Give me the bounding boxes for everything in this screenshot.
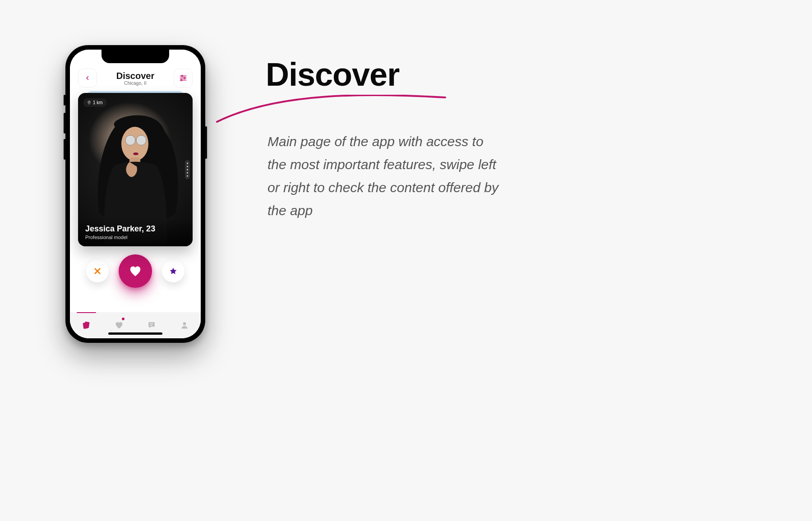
- phone-mockup: Discover Chicago, Il: [65, 45, 205, 343]
- svg-point-12: [89, 102, 90, 103]
- card-page-dots[interactable]: [185, 160, 190, 180]
- profile-subtitle: Professional model: [85, 235, 185, 240]
- profile-name: Jessica Parker, 23: [85, 224, 185, 234]
- header-subtitle: Chicago, Il: [116, 81, 155, 86]
- header-title-block: Discover Chicago, Il: [116, 71, 155, 86]
- svg-rect-14: [84, 322, 90, 328]
- card-footer: Jessica Parker, 23 Professional model: [78, 218, 193, 246]
- svg-point-5: [181, 79, 182, 81]
- profile-card[interactable]: 1 km Jessica Parker, 23 Professional mod…: [78, 93, 193, 246]
- phone-notch: [102, 50, 169, 63]
- like-button[interactable]: [119, 254, 152, 288]
- chevron-left-icon: [85, 75, 90, 81]
- underline-swoosh-icon: [214, 95, 449, 131]
- filter-button[interactable]: [174, 69, 193, 88]
- superlike-button[interactable]: [162, 260, 185, 282]
- app-header: Discover Chicago, Il: [70, 69, 201, 88]
- sliders-icon: [179, 74, 187, 82]
- user-icon: [180, 321, 189, 330]
- app-root: Discover Chicago, Il: [70, 50, 201, 338]
- page-description: Main page of the app with access to the …: [268, 130, 502, 222]
- svg-point-3: [184, 77, 185, 78]
- heart-outline-icon: [115, 321, 124, 330]
- card-stack: 1 km Jessica Parker, 23 Professional mod…: [78, 93, 193, 246]
- cards-icon: [82, 321, 91, 330]
- distance-text: 1 km: [93, 100, 103, 105]
- home-indicator: [108, 332, 162, 335]
- svg-point-8: [136, 135, 146, 145]
- x-icon: [93, 267, 102, 275]
- chat-icon: [147, 321, 156, 330]
- header-title: Discover: [116, 71, 155, 81]
- star-icon: [169, 267, 177, 275]
- pass-button[interactable]: [86, 260, 109, 282]
- action-row: [70, 254, 201, 288]
- page-title: Discover: [266, 56, 399, 93]
- pin-icon: [87, 101, 91, 105]
- svg-point-17: [183, 322, 186, 325]
- svg-point-10: [133, 152, 138, 155]
- heart-icon: [129, 264, 142, 278]
- notification-dot-icon: [122, 318, 125, 320]
- svg-point-7: [125, 135, 135, 145]
- back-button[interactable]: [78, 69, 97, 88]
- svg-point-1: [181, 75, 183, 77]
- distance-badge: 1 km: [83, 98, 106, 107]
